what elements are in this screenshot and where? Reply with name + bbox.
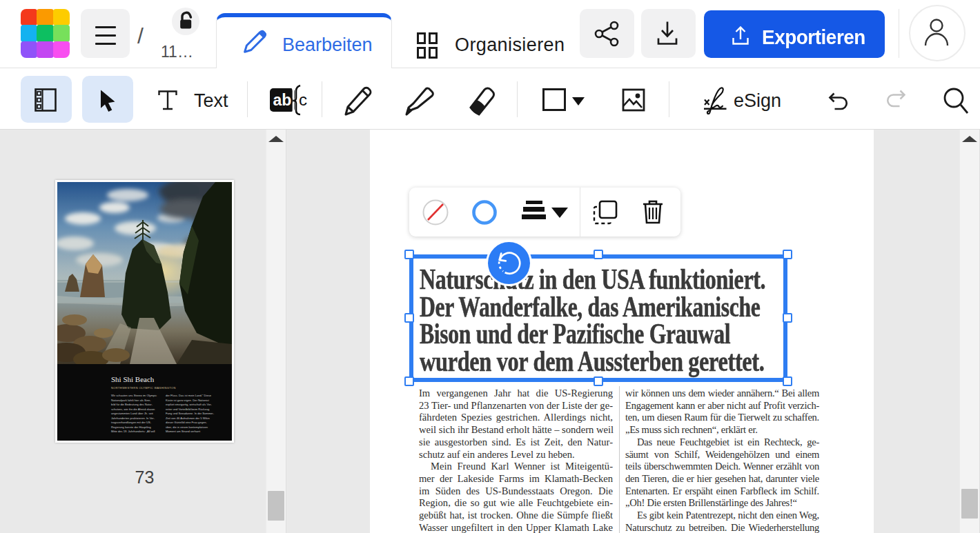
svg-text:Küste ist ganz eigen. Der Nati: Küste ist ganz eigen. Der Nationist bbox=[166, 399, 210, 402]
svg-text:Zeit von 46 Aufnahmen der 5 Wi: Zeit von 46 Aufnahmen der 5 Wikin bbox=[166, 416, 210, 420]
svg-text:angestammten Land über Jh. sei: angestammten Land über Jh. seit bbox=[111, 412, 154, 415]
svg-text:der Fluss. Das ist mein Land.“: der Fluss. Das ist mein Land.“ Diese bbox=[166, 394, 212, 397]
svg-text:explizit einzigartig, wirtscha: explizit einzigartig, wirtschaft als Vor… bbox=[166, 403, 213, 406]
svg-text:bild für die Bedeutung des Nat: bild für die Bedeutung des Natur- bbox=[111, 403, 153, 406]
svg-text:reiter und Vorteilbild beim Rü: reiter und Vorteilbild beim Rückzug bbox=[166, 408, 210, 411]
svg-text:Mitte des 19. Jahrhunderts: „A: Mitte des 19. Jahrhunderts: „All will bbox=[111, 430, 155, 433]
svg-text:Wir schauten uns Stereo im Oly: Wir schauten uns Stereo im Olympic bbox=[111, 394, 157, 397]
svg-text:schutzes, wie ihn die Ahnisk d: schutzes, wie ihn die Ahnisk davon bbox=[111, 408, 155, 411]
svg-text:über, die in einem kontemplati: über, die in einem kontemplativen bbox=[166, 425, 208, 429]
svg-text:Jahrhunderten praktizieren. In: Jahrhunderten praktizieren. In Ver- bbox=[111, 416, 155, 420]
svg-text:Regierung konnte der Häuptling: Regierung konnte der Häuptling bbox=[111, 425, 152, 429]
svg-text:Fang und Seeadanne. In der Som: Fang und Seeadanne. In der Sommer- bbox=[166, 412, 215, 415]
svg-text:dieser Gürtelild eine Frau geg: dieser Gürtelild eine Frau gegen- bbox=[166, 421, 207, 424]
svg-text:Shi Shi Beach: Shi Shi Beach bbox=[111, 375, 155, 383]
svg-text:NORTHWESTERN OLYMPIC WASHINGTO: NORTHWESTERN OLYMPIC WASHINGTON bbox=[111, 386, 176, 390]
svg-text:Moment am Strand verharrt: Moment am Strand verharrt bbox=[166, 430, 201, 433]
svg-text:Nationalpark lahtli hier als S: Nationalpark lahtli hier als Sinn- bbox=[111, 399, 151, 402]
svg-text:tragsverhandlungen mit der US-: tragsverhandlungen mit der US- bbox=[111, 421, 152, 424]
